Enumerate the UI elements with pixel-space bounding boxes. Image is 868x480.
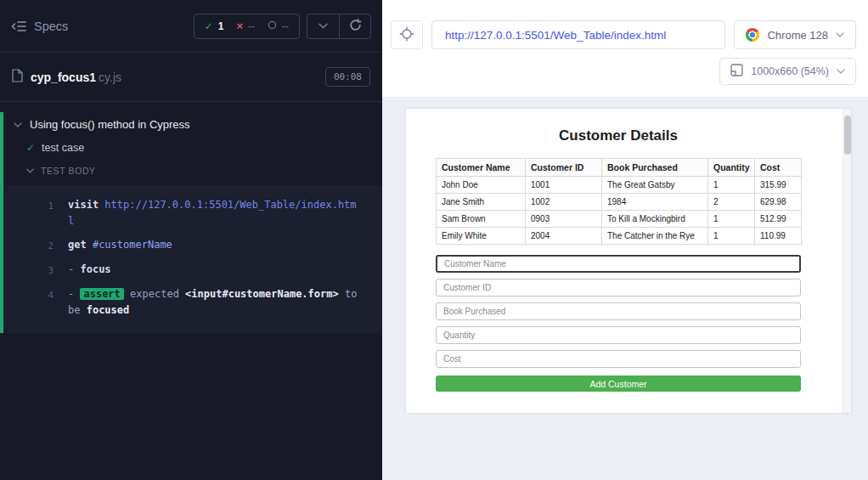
reporter-toolbar: [307, 14, 371, 39]
command-segment-selector: #customerName: [93, 239, 172, 251]
command-segment-strong: focused: [87, 304, 130, 316]
command-text: - assert expected <input#customerName.fo…: [68, 286, 361, 318]
table-cell: John Doe: [437, 177, 526, 194]
pending-count: --: [282, 20, 289, 32]
table-cell: 110.99: [755, 228, 802, 245]
suite-row[interactable]: Using focus() method in Cypress: [3, 112, 382, 137]
table-row: Jane Smith100219842629.98: [437, 194, 802, 211]
suite-title: Using focus() method in Cypress: [30, 118, 190, 131]
command-segment-name: visit: [68, 199, 99, 211]
table-cell: 1001: [526, 177, 602, 194]
table-cell: 1: [708, 211, 755, 228]
viewport-select[interactable]: 1000x660 (54%): [719, 58, 856, 85]
check-icon: ✓: [26, 142, 35, 154]
command-segment-muted: to: [345, 288, 357, 300]
table-cell: The Great Gatsby: [602, 177, 708, 194]
test-body-row[interactable]: TEST BODY: [3, 159, 382, 182]
table-row: Sam Brown0903To Kill a Mockingbird1512.9…: [437, 211, 802, 228]
viewport-row: 1000x660 (54%): [382, 49, 868, 85]
spec-bar: cyp_focus1cy.js 00:08: [0, 53, 382, 102]
reporter-header: Specs ✓ 1 × -- --: [0, 0, 382, 53]
aut-input-cost[interactable]: [436, 350, 801, 368]
command-number: 2: [27, 237, 68, 253]
test-stats: ✓ 1 × -- --: [194, 14, 300, 39]
selector-playground-button[interactable]: [391, 20, 423, 49]
viewport-scale-icon: [730, 64, 743, 79]
aut-input-customer-id[interactable]: [436, 279, 801, 296]
command-text: visit http://127.0.0.1:5501/Web_Table/in…: [68, 197, 361, 229]
command-row[interactable]: 2get #customerName: [3, 233, 382, 257]
failed-count: --: [248, 20, 255, 32]
table-cell: To Kill a Mockingbird: [602, 211, 708, 228]
failed-stat: × --: [236, 20, 255, 32]
chevron-down-icon: [318, 23, 328, 29]
command-row[interactable]: 3- focus: [3, 257, 382, 282]
table-cell: The Catcher in the Rye: [602, 228, 708, 245]
customer-form: [436, 255, 801, 368]
aut-scrollbar-thumb[interactable]: [844, 116, 851, 155]
refresh-icon: [349, 19, 362, 34]
table-row: John Doe1001The Great Gatsby1315.99: [437, 177, 802, 194]
table-header-cell: Customer Name: [437, 159, 526, 177]
table-cell: 0903: [526, 211, 602, 228]
test-area: Using focus() method in Cypress ✓ test c…: [0, 102, 382, 480]
browser-bar: http://127.0.0.1:5501/Web_Table/index.ht…: [382, 0, 868, 49]
command-segment-name: focus: [80, 263, 110, 275]
table-cell: 1002: [526, 194, 602, 211]
command-row[interactable]: 1visit http://127.0.0.1:5501/Web_Table/i…: [3, 193, 382, 233]
aut-panel: http://127.0.0.1:5501/Web_Table/index.ht…: [382, 0, 868, 480]
viewport-label: 1000x660 (54%): [751, 65, 829, 77]
collapse-all-button[interactable]: [307, 14, 339, 38]
test-body-label: TEST BODY: [41, 166, 96, 176]
page-title: Customer Details: [436, 127, 801, 144]
command-number: 4: [27, 286, 68, 318]
command-segment-dash: -: [68, 288, 74, 300]
chevron-down-icon: [26, 168, 34, 173]
command-text: get #customerName: [68, 237, 361, 253]
aut-stage: Customer Details Customer NameCustomer I…: [382, 97, 868, 480]
table-header-cell: Quantity: [708, 159, 755, 177]
table-header-row: Customer NameCustomer IDBook PurchasedQu…: [437, 159, 802, 177]
spec-file-icon: [12, 69, 23, 86]
command-log: 1visit http://127.0.0.1:5501/Web_Table/i…: [3, 185, 382, 333]
aut-scrollbar[interactable]: [843, 109, 851, 413]
table-header-cell: Customer ID: [526, 159, 602, 177]
table-cell: 2004: [526, 228, 602, 245]
command-segment-dash: -: [68, 263, 74, 275]
specs-label: Specs: [34, 20, 68, 33]
browser-label: Chrome 128: [767, 29, 828, 42]
passed-stat: ✓ 1: [205, 20, 224, 32]
aut-input-customer-name[interactable]: [436, 255, 801, 273]
url-bar[interactable]: http://127.0.0.1:5501/Web_Table/index.ht…: [431, 20, 725, 49]
table-cell: Emily White: [437, 228, 526, 245]
command-segment-muted: be: [68, 304, 80, 316]
crosshair-icon: [399, 26, 414, 44]
chevron-down-icon: [837, 69, 845, 74]
add-customer-button[interactable]: Add Customer: [436, 376, 801, 392]
command-row[interactable]: 4- assert expected <input#customerName.f…: [3, 282, 382, 322]
table-cell: 1984: [602, 194, 708, 211]
check-icon: ✓: [205, 21, 213, 31]
spec-duration-badge: 00:08: [325, 67, 370, 87]
spec-name: cyp_focus1: [31, 71, 96, 84]
pending-stat: --: [268, 20, 289, 32]
chevron-down-icon: [836, 32, 844, 37]
command-segment-url: http://127.0.0.1:5501/Web_Table/index.ht…: [68, 199, 357, 227]
test-row[interactable]: ✓ test case: [3, 137, 382, 159]
customer-table: Customer NameCustomer IDBook PurchasedQu…: [436, 158, 802, 245]
pending-circle-icon: [268, 20, 277, 31]
specs-menu-icon: [11, 20, 26, 32]
chrome-icon: [746, 28, 759, 42]
command-segment-assert: assert: [80, 288, 123, 300]
command-number: 1: [27, 197, 68, 229]
command-segment-strong: <input#customerName.form>: [185, 288, 339, 300]
cypress-test-runner: Specs ✓ 1 × -- --: [0, 0, 868, 480]
rerun-tests-button[interactable]: [339, 14, 370, 38]
specs-back-link[interactable]: Specs: [11, 20, 68, 33]
test-title: test case: [42, 142, 84, 154]
url-text: http://127.0.0.1:5501/Web_Table/index.ht…: [445, 29, 666, 42]
browser-select[interactable]: Chrome 128: [734, 20, 856, 49]
aut-content: Customer Details Customer NameCustomer I…: [436, 109, 801, 392]
aut-input-quantity[interactable]: [436, 326, 801, 344]
aut-input-book-purchased[interactable]: [436, 302, 801, 320]
